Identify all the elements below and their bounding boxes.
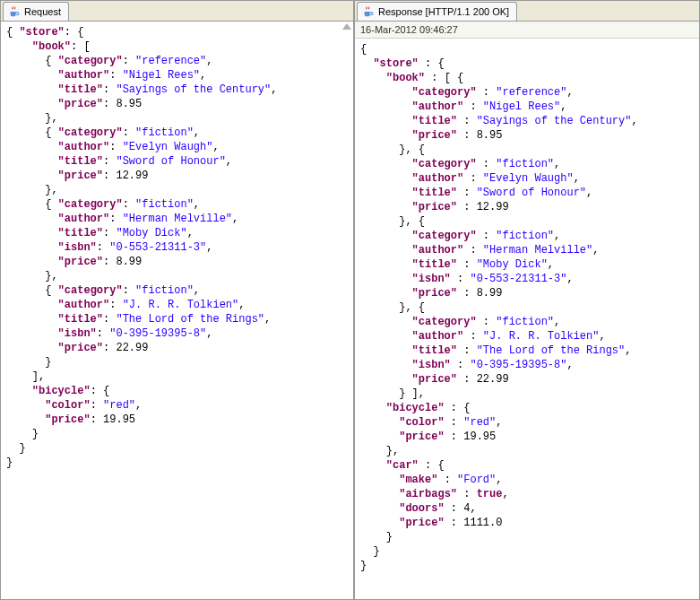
- java-cup-icon: [8, 5, 21, 18]
- request-tab[interactable]: Request: [3, 2, 69, 21]
- response-tab-label: Response [HTTP/1.1 200 OK]: [378, 6, 509, 17]
- request-content[interactable]: { "store": { "book": [ { "category": "re…: [1, 22, 353, 599]
- request-panel: Request { "store": { "book": [ { "catego…: [0, 0, 354, 600]
- java-cup-icon: [362, 5, 375, 18]
- request-tab-bar: Request: [1, 1, 353, 22]
- response-tab-bar: Response [HTTP/1.1 200 OK]: [355, 1, 699, 22]
- request-json-code: { "store": { "book": [ { "category": "re…: [1, 22, 353, 474]
- split-container: Request { "store": { "book": [ { "catego…: [0, 0, 700, 600]
- response-panel: Response [HTTP/1.1 200 OK] 16-Mar-2012 0…: [354, 0, 700, 600]
- response-timestamp: 16-Mar-2012 09:46:27: [355, 22, 699, 39]
- response-json-code: { "store" : { "book" : [ { "category" : …: [355, 39, 699, 577]
- response-tab[interactable]: Response [HTTP/1.1 200 OK]: [357, 2, 517, 21]
- response-content[interactable]: { "store" : { "book" : [ { "category" : …: [355, 39, 699, 599]
- request-tab-label: Request: [24, 6, 61, 17]
